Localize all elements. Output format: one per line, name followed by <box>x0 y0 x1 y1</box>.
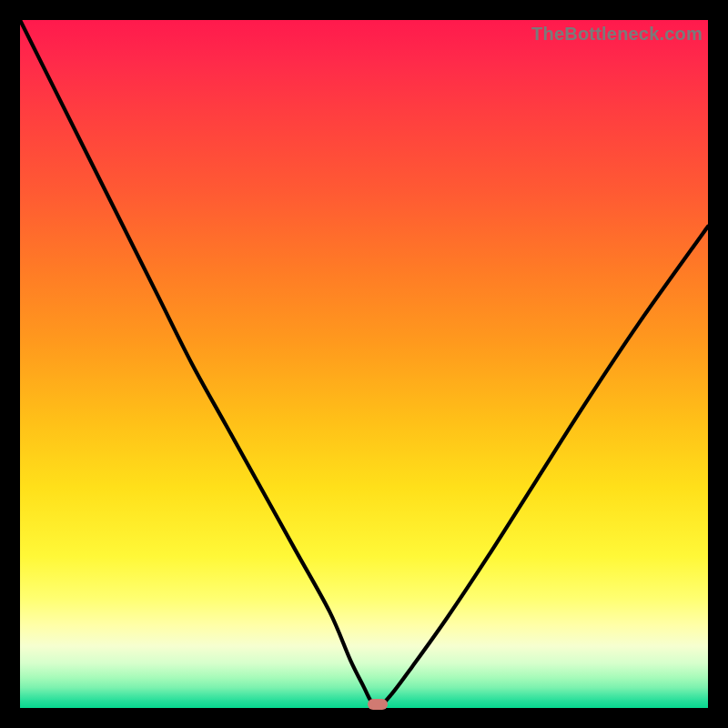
plot-area: TheBottleneck.com <box>20 20 708 708</box>
bottleneck-curve <box>20 20 708 708</box>
chart-frame: TheBottleneck.com <box>0 0 728 728</box>
curve-minimum-marker <box>368 699 388 710</box>
